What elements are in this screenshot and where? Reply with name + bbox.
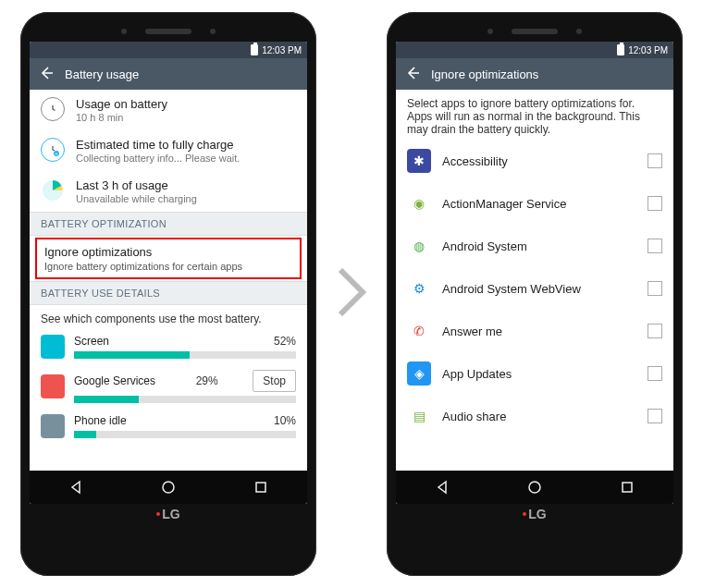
phone-speaker bbox=[30, 21, 307, 42]
svg-rect-6 bbox=[623, 483, 632, 492]
battery-icon bbox=[251, 44, 258, 55]
nav-back-icon[interactable] bbox=[434, 479, 450, 496]
app-row[interactable]: ✆ Answer me bbox=[396, 310, 673, 352]
appbar-title: Ignore optimizations bbox=[431, 67, 538, 81]
row-sub: Unavailable while charging bbox=[76, 193, 296, 204]
content: Select apps to ignore battery optimizati… bbox=[396, 90, 673, 437]
app-icon: ✆ bbox=[407, 319, 431, 343]
svg-rect-4 bbox=[256, 483, 265, 492]
row-usage-on-battery[interactable]: Usage on battery 10 h 8 min bbox=[30, 90, 307, 130]
app-icon: ◍ bbox=[407, 234, 431, 258]
checkbox[interactable] bbox=[648, 196, 662, 211]
row-title: Ignore optimizations bbox=[44, 245, 292, 259]
usage-row[interactable]: Google Services 29% Stop bbox=[30, 364, 307, 409]
svg-text:+: + bbox=[56, 151, 58, 156]
app-name: App Updates bbox=[442, 367, 636, 381]
checkbox[interactable] bbox=[648, 239, 662, 253]
status-bar: 12:03 PM bbox=[30, 42, 307, 58]
clock-icon bbox=[41, 97, 65, 121]
component-pct: 29% bbox=[191, 374, 218, 387]
app-row[interactable]: ⚙ Android System WebView bbox=[396, 267, 673, 310]
app-row[interactable]: ▤ Audio share bbox=[396, 395, 673, 437]
row-estimated-charge[interactable]: + Estimated time to fully charge Collect… bbox=[30, 130, 307, 171]
row-last-3h[interactable]: Last 3 h of usage Unavailable while char… bbox=[30, 171, 307, 212]
section-battery-optimization: BATTERY OPTIMIZATION bbox=[30, 212, 307, 236]
progress-bar bbox=[74, 396, 296, 403]
details-description: See which components use the most batter… bbox=[30, 305, 307, 329]
app-name: Android System bbox=[442, 239, 636, 253]
transition-arrow-icon bbox=[331, 263, 372, 325]
nav-bar bbox=[30, 471, 307, 504]
screen-right: 12:03 PM Ignore optimizations Select app… bbox=[396, 42, 673, 504]
component-name: Screen bbox=[74, 335, 109, 348]
usage-row[interactable]: Screen 52% bbox=[30, 329, 307, 364]
phone-left: 12:03 PM Battery usage Usage on battery … bbox=[20, 12, 316, 576]
section-battery-use-details: BATTERY USE DETAILS bbox=[30, 281, 307, 305]
app-icon: ◈ bbox=[407, 361, 431, 386]
progress-bar bbox=[74, 431, 296, 438]
app-name: ActionManager Service bbox=[442, 197, 636, 211]
row-title: Last 3 h of usage bbox=[76, 178, 296, 192]
content: Usage on battery 10 h 8 min + Estimated … bbox=[30, 90, 307, 444]
row-title: Usage on battery bbox=[76, 97, 296, 111]
app-row[interactable]: ◉ ActionManager Service bbox=[396, 182, 673, 225]
row-sub: 10 h 8 min bbox=[76, 112, 296, 123]
brand-logo: LG bbox=[30, 504, 307, 524]
app-name: Accessibility bbox=[442, 154, 636, 168]
row-title: Estimated time to fully charge bbox=[76, 138, 296, 152]
component-icon bbox=[41, 335, 65, 359]
component-pct: 52% bbox=[268, 335, 296, 348]
stop-button[interactable]: Stop bbox=[253, 370, 296, 392]
app-icon: ⚙ bbox=[407, 276, 431, 300]
app-row[interactable]: ◈ App Updates bbox=[396, 352, 673, 395]
app-icon: ✱ bbox=[407, 149, 431, 173]
svg-point-5 bbox=[529, 482, 540, 493]
battery-icon bbox=[617, 44, 624, 55]
plug-icon: + bbox=[41, 138, 65, 162]
app-name: Android System WebView bbox=[442, 282, 636, 296]
clock: 12:03 PM bbox=[262, 45, 302, 55]
checkbox[interactable] bbox=[648, 153, 662, 168]
app-name: Audio share bbox=[442, 410, 636, 423]
svg-point-3 bbox=[163, 482, 174, 493]
screen-left: 12:03 PM Battery usage Usage on battery … bbox=[30, 42, 307, 504]
row-sub: Collecting battery info... Please wait. bbox=[76, 153, 296, 164]
nav-home-icon[interactable] bbox=[526, 479, 543, 496]
checkbox[interactable] bbox=[648, 324, 662, 338]
back-icon[interactable] bbox=[39, 66, 54, 83]
app-icon: ◉ bbox=[407, 191, 431, 215]
app-bar: Battery usage bbox=[30, 58, 307, 90]
app-row[interactable]: ◍ Android System bbox=[396, 225, 673, 267]
row-ignore-optimizations[interactable]: Ignore optimizations Ignore battery opti… bbox=[35, 238, 302, 279]
nav-bar bbox=[396, 471, 673, 504]
back-icon[interactable] bbox=[405, 66, 420, 83]
component-name: Phone idle bbox=[74, 414, 127, 427]
component-name: Google Services bbox=[74, 374, 155, 387]
component-icon bbox=[41, 414, 65, 438]
phone-speaker bbox=[396, 21, 673, 42]
clock: 12:03 PM bbox=[628, 45, 668, 55]
nav-recent-icon[interactable] bbox=[253, 479, 269, 496]
appbar-title: Battery usage bbox=[65, 67, 139, 81]
nav-recent-icon[interactable] bbox=[619, 479, 635, 496]
row-sub: Ignore battery optimizations for certain… bbox=[44, 261, 292, 272]
app-row[interactable]: ✱ Accessibility bbox=[396, 140, 673, 182]
app-bar: Ignore optimizations bbox=[396, 58, 673, 90]
checkbox[interactable] bbox=[648, 409, 662, 423]
progress-bar bbox=[74, 351, 296, 359]
app-name: Answer me bbox=[442, 325, 636, 338]
status-bar: 12:03 PM bbox=[396, 42, 673, 58]
component-pct: 10% bbox=[268, 414, 296, 427]
nav-back-icon[interactable] bbox=[68, 479, 84, 496]
checkbox[interactable] bbox=[648, 281, 662, 296]
nav-home-icon[interactable] bbox=[160, 479, 177, 496]
brand-logo: LG bbox=[396, 504, 673, 524]
phone-right: 12:03 PM Ignore optimizations Select app… bbox=[387, 12, 683, 576]
app-icon: ▤ bbox=[407, 404, 431, 428]
pie-icon bbox=[41, 178, 65, 202]
description: Select apps to ignore battery optimizati… bbox=[396, 90, 673, 140]
checkbox[interactable] bbox=[648, 366, 662, 381]
usage-row[interactable]: Phone idle 10% bbox=[30, 409, 307, 444]
component-icon bbox=[41, 374, 65, 398]
